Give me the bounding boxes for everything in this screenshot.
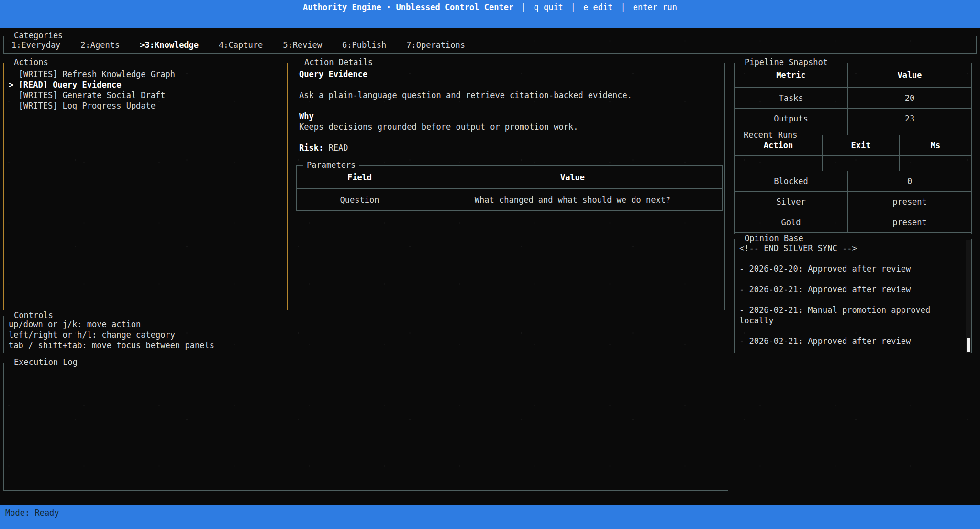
controls-panel: Controls up/down or j/k: move action lef… bbox=[3, 316, 728, 353]
opinion-base-panel: Opinion Base <!-- END SILVER_SYNC --> - … bbox=[734, 239, 972, 353]
controls-content: up/down or j/k: move action left/right o… bbox=[4, 316, 728, 351]
action-prefix bbox=[9, 69, 18, 79]
action-prefix bbox=[9, 101, 18, 110]
opinion-line: <!-- END SILVER_SYNC --> bbox=[739, 243, 960, 254]
opinion-line: - 2026-02-21: Approved after review bbox=[739, 336, 960, 347]
pipeline-snapshot-panel: Pipeline Snapshot Metric Value Tasks 20 … bbox=[734, 63, 972, 234]
action-list: [WRITES] Refresh Knowledge Graph > [READ… bbox=[4, 63, 287, 111]
shortcut-edit[interactable]: e edit bbox=[583, 2, 612, 12]
risk-value: READ bbox=[328, 143, 348, 153]
action-prefix: > bbox=[9, 80, 18, 89]
actions-panel-label: Actions bbox=[11, 57, 52, 67]
app-title: Authority Engine · Unblessed Control Cen… bbox=[303, 2, 513, 12]
pipeline-row-outputs: Outputs 23 bbox=[735, 109, 971, 129]
pipeline-row-blocked: Blocked 0 bbox=[735, 171, 971, 192]
empty-cell bbox=[823, 156, 900, 171]
opinion-base-content: <!-- END SILVER_SYNC --> - 2026-02-20: A… bbox=[735, 239, 971, 346]
category-tabs: 1:Everyday 2:Agents >3:Knowledge 4:Captu… bbox=[4, 36, 976, 53]
risk-label: Risk: bbox=[299, 143, 323, 153]
action-details-panel-label: Action Details bbox=[301, 57, 376, 67]
app-root: Authority Engine · Unblessed Control Cen… bbox=[0, 0, 980, 529]
blank-line bbox=[299, 79, 720, 90]
status-bar: Mode: Ready bbox=[0, 505, 980, 529]
opinion-line bbox=[739, 254, 960, 264]
tab-knowledge-active[interactable]: >3:Knowledge bbox=[140, 40, 199, 50]
opinion-line bbox=[739, 326, 960, 336]
action-text: [WRITES] Generate Social Draft bbox=[18, 90, 165, 100]
tab-everyday[interactable]: 1:Everyday bbox=[11, 40, 60, 50]
action-title: Query Evidence bbox=[299, 69, 720, 79]
risk-line: Risk: READ bbox=[299, 143, 720, 153]
separator: | bbox=[571, 2, 576, 12]
metric-value: present bbox=[848, 192, 971, 212]
metric-name: Silver bbox=[735, 192, 848, 212]
recent-runs-divider: Recent Runs bbox=[735, 135, 971, 135]
metric-value: present bbox=[848, 212, 971, 232]
parameters-header-value: Value bbox=[423, 166, 722, 188]
parameters-row: Question What changed and what should we… bbox=[297, 189, 722, 210]
scrollbar-track[interactable] bbox=[966, 240, 971, 353]
pipeline-row-gold: Gold present bbox=[735, 212, 971, 233]
metric-value: 20 bbox=[848, 88, 971, 108]
action-details-body: Query Evidence Ask a plain-language ques… bbox=[294, 63, 724, 153]
opinion-line bbox=[739, 275, 960, 285]
pipeline-header-value: Value bbox=[848, 63, 971, 87]
control-hint: up/down or j/k: move action bbox=[9, 319, 728, 330]
separator: | bbox=[621, 2, 625, 12]
separator: | bbox=[521, 2, 526, 12]
parameter-field-name: Question bbox=[297, 189, 423, 210]
recent-runs-empty-row bbox=[735, 156, 971, 171]
status-mode-text: Mode: Ready bbox=[5, 508, 59, 518]
metric-name: Gold bbox=[735, 212, 848, 232]
action-item-refresh-knowledge-graph[interactable]: [WRITES] Refresh Knowledge Graph bbox=[9, 69, 287, 79]
control-hint: left/right or h/l: change category bbox=[9, 330, 728, 340]
tab-agents[interactable]: 2:Agents bbox=[80, 40, 120, 50]
recent-runs-header-exit: Exit bbox=[823, 135, 900, 155]
execution-log-panel: Execution Log bbox=[3, 363, 728, 491]
opinion-line: - 2026-02-21: Approved after review bbox=[739, 285, 960, 295]
metric-value: 23 bbox=[848, 109, 971, 129]
empty-cell bbox=[735, 156, 823, 171]
action-item-generate-social-draft[interactable]: [WRITES] Generate Social Draft bbox=[9, 90, 287, 100]
recent-runs-header-ms: Ms bbox=[900, 135, 971, 155]
action-prefix bbox=[9, 90, 18, 100]
parameters-panel-label: Parameters bbox=[303, 160, 359, 170]
shortcut-quit[interactable]: q quit bbox=[534, 2, 563, 12]
blank-line bbox=[299, 100, 720, 111]
opinion-line: - 2026-02-20: Approved after review bbox=[739, 264, 960, 275]
shortcut-run[interactable]: enter run bbox=[633, 2, 677, 12]
blank-line bbox=[299, 132, 720, 143]
parameters-panel: Parameters Field Value Question What cha… bbox=[296, 165, 723, 211]
why-heading: Why bbox=[299, 111, 720, 121]
recent-runs-label: Recent Runs bbox=[740, 130, 801, 140]
actions-panel: Actions [WRITES] Refresh Knowledge Graph… bbox=[3, 63, 288, 310]
metric-name: Outputs bbox=[735, 109, 848, 129]
tab-review[interactable]: 5:Review bbox=[283, 40, 322, 50]
action-text: [WRITES] Refresh Knowledge Graph bbox=[18, 69, 175, 79]
why-text: Keeps decisions grounded before output o… bbox=[299, 121, 720, 132]
action-item-log-progress-update[interactable]: [WRITES] Log Progress Update bbox=[9, 100, 287, 111]
action-item-query-evidence-selected[interactable]: > [READ] Query Evidence bbox=[9, 79, 287, 90]
action-description: Ask a plain-language question and retrie… bbox=[299, 90, 720, 100]
tab-publish[interactable]: 6:Publish bbox=[342, 40, 386, 50]
opinion-line: - 2026-02-21: Manual promotion approved … bbox=[739, 305, 960, 326]
pipeline-row-tasks: Tasks 20 bbox=[735, 88, 971, 109]
spacer-cell bbox=[848, 129, 971, 135]
metric-name: Tasks bbox=[735, 88, 848, 108]
pipeline-snapshot-panel-label: Pipeline Snapshot bbox=[741, 57, 831, 67]
parameter-field-value[interactable]: What changed and what should we do next? bbox=[423, 189, 722, 210]
parameters-header-row: Field Value bbox=[297, 166, 722, 189]
control-hint: tab / shift+tab: move focus between pane… bbox=[9, 340, 728, 351]
execution-log-panel-label: Execution Log bbox=[11, 357, 81, 367]
pipeline-row-silver: Silver present bbox=[735, 192, 971, 212]
action-details-panel: Action Details Query Evidence Ask a plai… bbox=[294, 63, 725, 310]
categories-panel: Categories 1:Everyday 2:Agents >3:Knowle… bbox=[3, 36, 977, 54]
top-bar: Authority Engine · Unblessed Control Cen… bbox=[0, 0, 980, 28]
action-text: [WRITES] Log Progress Update bbox=[18, 101, 156, 110]
scrollbar-thumb[interactable] bbox=[967, 338, 970, 352]
tab-operations[interactable]: 7:Operations bbox=[406, 40, 465, 50]
tab-capture[interactable]: 4:Capture bbox=[219, 40, 263, 50]
action-text: [READ] Query Evidence bbox=[18, 80, 121, 89]
opinion-line bbox=[739, 295, 960, 306]
controls-panel-label: Controls bbox=[11, 310, 56, 320]
